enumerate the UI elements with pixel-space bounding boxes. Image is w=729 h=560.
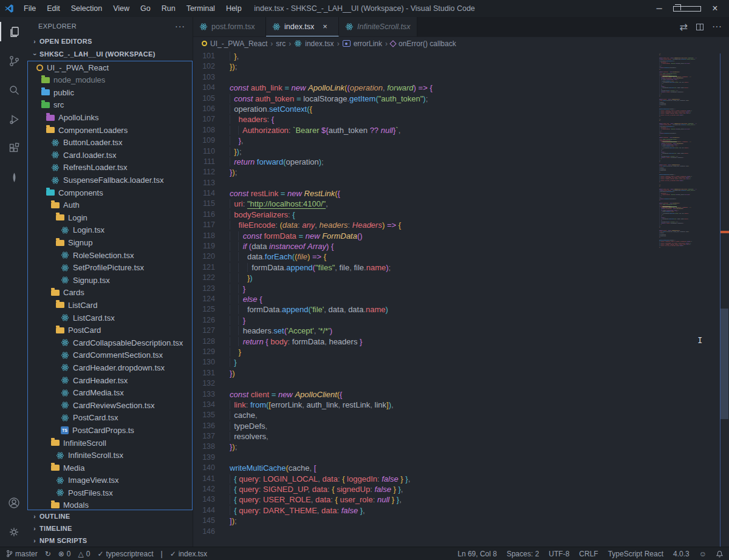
tree-item-postcardprops-ts[interactable]: TSPostCardProps.ts: [28, 424, 192, 437]
minimize-button[interactable]: ─: [645, 0, 673, 17]
tree-item-cards[interactable]: Cards: [28, 287, 192, 299]
activity-mongodb-icon[interactable]: [0, 163, 27, 192]
code-line[interactable]: 118 const formData = new FormData(): [193, 231, 659, 241]
menu-selection[interactable]: Selection: [66, 0, 108, 17]
tree-item-media[interactable]: Media: [28, 462, 192, 474]
activity-explorer-icon[interactable]: [0, 17, 27, 46]
tree-item-cardcommentsection-tsx[interactable]: CardCommentSection.tsx: [28, 349, 192, 362]
code-line[interactable]: 127 headers.set('Accept', '*/*'): [193, 326, 659, 336]
minimap-line[interactable]: [659, 248, 720, 250]
section-timeline[interactable]: ›TIMELINE: [27, 522, 193, 534]
tree-item-refreshloader-tsx[interactable]: RefreshLoader.tsx: [28, 162, 192, 174]
menu-run[interactable]: Run: [156, 0, 181, 17]
tab-close-icon[interactable]: ×: [323, 22, 327, 31]
tab-post-form-tsx[interactable]: post.form.tsx: [193, 17, 266, 36]
tree-item-node-modules[interactable]: node_modules: [28, 74, 192, 87]
status-spaces-2[interactable]: Spaces: 2: [507, 550, 539, 558]
workspace-section[interactable]: › SHKSC_-_LAH__UI (WORKSPACE): [27, 48, 193, 61]
tree-item-roleselection-tsx[interactable]: RoleSelection.tsx: [28, 249, 192, 262]
activity-run-debug-icon[interactable]: [0, 104, 27, 134]
code-line[interactable]: 108 Authorization: `Bearer ${auth_token …: [193, 125, 659, 135]
tree-item-signup[interactable]: Signup: [28, 236, 192, 249]
code-line[interactable]: 102});: [193, 61, 659, 72]
tree-item-componentloaders[interactable]: ComponentLoaders: [28, 124, 192, 137]
status-crlf[interactable]: CRLF: [579, 550, 598, 558]
editor-scrollbar[interactable]: [720, 53, 729, 547]
code-line[interactable]: 142 { query: SIGNED_UP, data: { signedUp…: [193, 484, 659, 494]
code-line[interactable]: 110 });: [193, 146, 659, 157]
menu-help[interactable]: Help: [221, 0, 247, 17]
code-line[interactable]: 134 link: from([errorLink, auth_link, re…: [193, 400, 659, 410]
tree-item-ui-pwa-react[interactable]: UI_-_PWA_React: [28, 61, 192, 74]
explorer-more-actions-icon[interactable]: ···: [175, 21, 185, 31]
menu-go[interactable]: Go: [135, 0, 156, 17]
code-line[interactable]: 120 data.forEach((file) => {: [193, 251, 659, 262]
breadcrumb-item-onerror-callback[interactable]: onError() callback: [391, 39, 456, 48]
tree-item-modals[interactable]: Modals: [28, 499, 192, 510]
tree-item-public[interactable]: public: [28, 86, 192, 99]
tree-item-src[interactable]: src: [28, 99, 192, 112]
code-line[interactable]: 112});: [193, 167, 659, 177]
code-line[interactable]: 126 }: [193, 315, 659, 326]
status-sync[interactable]: ↻: [45, 550, 51, 558]
tree-item-postfiles-tsx[interactable]: PostFiles.tsx: [28, 487, 192, 499]
code-line[interactable]: 113: [193, 178, 659, 188]
code-line[interactable]: 141 { query: LOGIN_LOCAL, data: { logged…: [193, 474, 659, 484]
tree-item-card-loader-tsx[interactable]: Card.loader.tsx: [28, 149, 192, 162]
restore-button[interactable]: [673, 0, 701, 17]
code-line[interactable]: 128 return { body: formData, headers }: [193, 336, 659, 347]
code-line[interactable]: 117 fileEncode: (data: any, headers: Hea…: [193, 220, 659, 230]
tree-item-postcard-tsx[interactable]: PostCard.tsx: [28, 412, 192, 425]
tree-item-setprofilepicture-tsx[interactable]: SetProfilePicture.tsx: [28, 261, 192, 274]
breadcrumb-item-src[interactable]: src: [276, 39, 286, 48]
status-error[interactable]: ⊗0: [58, 550, 71, 558]
code-line[interactable]: 125 formData.append('file', data, data.n…: [193, 304, 659, 315]
code-line[interactable]: 144 { query: DARK_THEME, data: false },: [193, 505, 659, 516]
code-line[interactable]: 111 return forward(operation);: [193, 157, 659, 167]
activity-source-control-icon[interactable]: [0, 46, 27, 75]
code-line[interactable]: 136 typeDefs,: [193, 421, 659, 431]
code-line[interactable]: 115 uri: "http://localhost:4100/",: [193, 199, 659, 209]
tree-item-suspensefallback-loader-tsx[interactable]: SuspenseFallback.loader.tsx: [28, 174, 192, 186]
code-line[interactable]: 106 operation.setContext({: [193, 104, 659, 114]
code-line[interactable]: 130 }: [193, 357, 659, 367]
activity-extensions-icon[interactable]: [0, 134, 27, 163]
menu-edit[interactable]: Edit: [41, 0, 66, 17]
code-line[interactable]: 109 },: [193, 135, 659, 146]
code-line[interactable]: 138});: [193, 442, 659, 452]
tree-item-apollolinks[interactable]: ApolloLinks: [28, 111, 192, 124]
tree-item-signup-tsx[interactable]: Signup.tsx: [28, 274, 192, 287]
code-area[interactable]: 101 },102});103104const auth_link = new …: [193, 50, 729, 547]
code-line[interactable]: 132: [193, 378, 659, 389]
tree-item-cardreviewsection-tsx[interactable]: CardReviewSection.tsx: [28, 399, 192, 412]
status-bell[interactable]: [716, 550, 723, 558]
tree-item-cardcollapsabledescription-tsx[interactable]: CardCollapsableDescription.tsx: [28, 336, 192, 349]
section-npm-scripts[interactable]: ›NPM SCRIPTS: [27, 534, 193, 547]
code-line[interactable]: 143 { query: USER_ROLE, data: { user_rol…: [193, 494, 659, 505]
code-line[interactable]: 114const restLink = new RestLink({: [193, 188, 659, 199]
split-editor-icon[interactable]: [696, 24, 703, 30]
code-line[interactable]: 145]);: [193, 516, 659, 526]
activity-search-icon[interactable]: [0, 75, 27, 104]
code-line[interactable]: 146: [193, 527, 659, 537]
code-line[interactable]: 121 formData.append("files", file, file.…: [193, 262, 659, 273]
section-outline[interactable]: ›OUTLINE: [27, 510, 193, 522]
status-ln-69-col-8[interactable]: Ln 69, Col 8: [457, 550, 497, 558]
tree-item-cardheader-dropdown-tsx[interactable]: CardHeader.dropdown.tsx: [28, 361, 192, 374]
tree-item-postcard[interactable]: PostCard: [28, 324, 192, 336]
minimap[interactable]: },});const auth_link = new ApolloLink((o…: [659, 53, 720, 547]
tree-item-listcard[interactable]: ListCard: [28, 299, 192, 312]
code-line[interactable]: 116 bodySerializers: {: [193, 210, 659, 220]
status-4-0-3[interactable]: 4.0.3: [673, 550, 690, 558]
status-utf-8[interactable]: UTF-8: [549, 550, 569, 558]
status-check[interactable]: ✓index.tsx: [170, 550, 207, 558]
code-line[interactable]: 124 else {: [193, 294, 659, 304]
code-line[interactable]: 123 }: [193, 284, 659, 294]
code-line[interactable]: 105 const auth_token = localStorage.getI…: [193, 94, 659, 104]
status--[interactable]: |: [161, 550, 163, 558]
menu-terminal[interactable]: Terminal: [181, 0, 221, 17]
menu-view[interactable]: View: [108, 0, 135, 17]
status-warning[interactable]: △0: [78, 550, 91, 558]
tab-infinitescroll-tsx[interactable]: InfiniteScroll.tsx: [339, 17, 417, 36]
tree-item-infinitescroll-tsx[interactable]: InfiniteScroll.tsx: [28, 449, 192, 462]
